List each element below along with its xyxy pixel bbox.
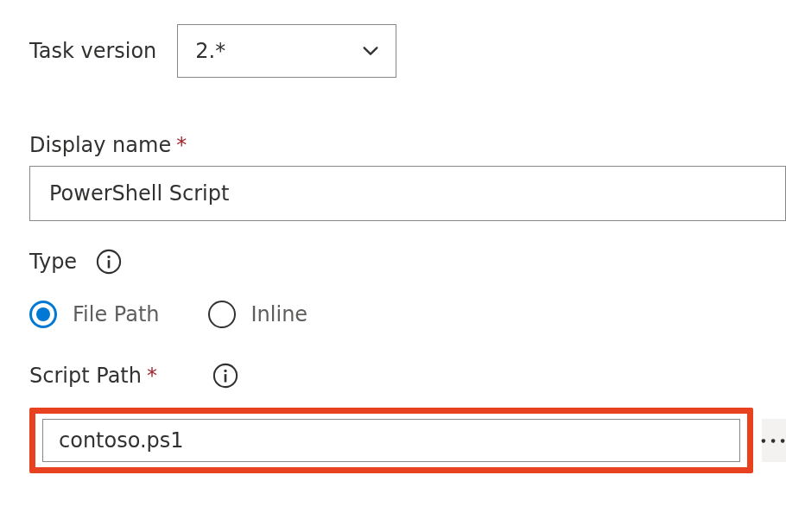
type-label-row: Type	[29, 249, 786, 275]
script-path-input-row: ● ● ●	[29, 408, 786, 473]
type-section: Type File Path Inline	[29, 249, 786, 328]
script-path-label-row: Script Path *	[29, 363, 786, 389]
display-name-label-row: Display name *	[29, 133, 786, 157]
display-name-label: Display name	[29, 133, 171, 157]
task-version-select[interactable]: 2.*	[177, 24, 396, 78]
task-version-value: 2.*	[195, 39, 225, 63]
script-path-section: Script Path * ● ● ●	[29, 363, 786, 473]
svg-rect-2	[108, 260, 111, 268]
radio-label-file-path: File Path	[73, 302, 160, 326]
ellipsis-icon: ● ● ●	[761, 438, 786, 443]
highlight-box	[29, 408, 753, 473]
required-indicator: *	[147, 364, 157, 388]
svg-point-1	[107, 256, 110, 258]
display-name-input[interactable]	[29, 166, 786, 221]
radio-option-inline[interactable]: Inline	[208, 301, 308, 328]
task-version-label: Task version	[29, 39, 156, 63]
script-path-label: Script Path	[29, 364, 142, 388]
display-name-section: Display name *	[29, 133, 786, 221]
required-indicator: *	[176, 133, 187, 157]
radio-selected-icon	[29, 301, 57, 328]
script-path-input[interactable]	[42, 419, 740, 462]
chevron-down-icon	[361, 41, 380, 60]
radio-label-inline: Inline	[251, 302, 308, 326]
type-radio-group: File Path Inline	[29, 301, 786, 328]
task-version-row: Task version 2.*	[29, 24, 786, 78]
info-icon[interactable]	[212, 363, 238, 389]
radio-unselected-icon	[208, 301, 236, 328]
info-icon[interactable]	[96, 249, 122, 275]
browse-button[interactable]: ● ● ●	[762, 419, 786, 462]
type-label: Type	[29, 250, 77, 274]
svg-point-4	[224, 370, 226, 372]
svg-rect-5	[225, 374, 227, 382]
radio-option-file-path[interactable]: File Path	[29, 301, 160, 328]
